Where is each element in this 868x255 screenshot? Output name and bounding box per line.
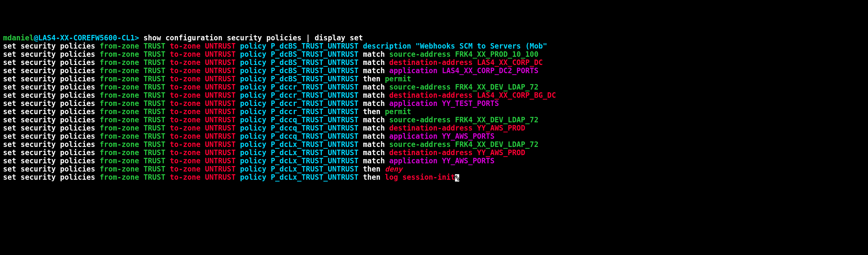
config-line: set security policies from-zone TRUST to… [3,157,865,165]
policy-name: P_dcLx_TRUST_UNTRUST [271,149,359,157]
tail-value: FRK4_XX_DEV_LDAP_72 [455,83,538,91]
tail-keyword: source-address [390,50,451,59]
tail-value: YY_AWS_PROD [477,124,525,132]
policy-name: P_dcBS_TRUST_UNTRUST [271,50,359,59]
policy-name: P_dcBS_TRUST_UNTRUST [271,75,359,83]
tail-value: FRK4_XX_PROD_10_100 [455,50,538,59]
config-line: set security policies from-zone TRUST to… [3,140,865,149]
tail-keyword: source-address [390,83,451,91]
prompt-caret: > [135,34,139,42]
tail-keyword: source-address [390,116,451,124]
config-line: set security policies from-zone TRUST to… [3,100,865,108]
tail-keyword: source-address [390,140,451,149]
tail-keyword: destination-address [390,124,473,132]
policy-name: P_dcLx_TRUST_UNTRUST [271,140,359,149]
tail-keyword: log session-init [385,173,455,182]
policy-name: P_dcBS_TRUST_UNTRUST [271,66,359,75]
config-line: set security policies from-zone TRUST to… [3,132,865,140]
config-line: set security policies from-zone TRUST to… [3,124,865,132]
prompt-user: mdaniel [3,34,34,42]
policy-name: P_dcLx_TRUST_UNTRUST [271,157,359,165]
policy-name: P_dcBS_TRUST_UNTRUST [271,58,359,67]
config-line: set security policies from-zone TRUST to… [3,91,865,100]
config-line: set security policies from-zone TRUST to… [3,42,865,51]
policy-name: P_dcLx_TRUST_UNTRUST [271,173,359,182]
config-line: set security policies from-zone TRUST to… [3,67,865,75]
tail-value: FRK4_XX_DEV_LDAP_72 [455,140,538,149]
tail-keyword: application [390,66,438,75]
tail-keyword: destination-address [390,149,473,157]
tail-value: YY_TEST_PORTS [442,99,499,108]
tail-keyword: destination-address [390,58,473,67]
prompt-at: @ [34,34,38,42]
tail-keyword: application [390,157,438,165]
tail-value: "Webhooks SCM to Servers (Mob" [415,42,547,51]
tail-value: FRK4_XX_DEV_LDAP_72 [455,116,538,124]
tail-keyword: permit [385,75,411,83]
prompt-host: LAS4-XX-COREFW5600-CL1 [38,34,135,42]
policy-name: P_dcLx_TRUST_UNTRUST [271,165,359,173]
config-line: set security policies from-zone TRUST to… [3,51,865,59]
config-line: set security policies from-zone TRUST to… [3,165,865,173]
prompt-line[interactable]: mdaniel@LAS4-XX-COREFW5600-CL1> show con… [3,34,865,42]
tail-keyword: destination-address [390,91,473,100]
config-line: set security policies from-zone TRUST to… [3,75,865,83]
config-line: set security policies from-zone TRUST to… [3,116,865,124]
policy-name: P_dccr_TRUST_UNTRUST [271,83,359,91]
policy-name: P_dccr_TRUST_UNTRUST [271,91,359,100]
tail-value: YY_AWS_PORTS [442,157,494,165]
tail-keyword: deny [385,165,402,173]
prompt-command: show configuration security policies | d… [139,34,363,42]
policy-name: P_dccr_TRUST_UNTRUST [271,107,359,116]
tail-value: LAS4_XX_CORP_BG_DC [477,91,556,100]
tail-keyword: description [363,42,411,51]
tail-keyword: permit [385,107,411,116]
config-line: set security policies from-zone TRUST to… [3,83,865,91]
config-line: set security policies from-zone TRUST to… [3,59,865,67]
cursor-icon: % [455,174,459,182]
policy-name: P_dccq_TRUST_UNTRUST [271,124,359,132]
tail-value: YY_AWS_PORTS [442,132,494,140]
config-line: set security policies from-zone TRUST to… [3,149,865,157]
tail-keyword: application [390,99,438,108]
tail-value: YY_AWS_PROD [477,149,525,157]
policy-name: P_dccq_TRUST_UNTRUST [271,116,359,124]
policy-name: P_dccr_TRUST_UNTRUST [271,99,359,108]
tail-value: LAS4_XX_CORP_DC [477,58,543,67]
config-line: set security policies from-zone TRUST to… [3,173,865,182]
policy-name: P_dcBS_TRUST_UNTRUST [271,42,359,51]
tail-keyword: application [390,132,438,140]
policy-name: P_dccq_TRUST_UNTRUST [271,132,359,140]
terminal-output: mdaniel@LAS4-XX-COREFW5600-CL1> show con… [3,34,865,182]
config-line: set security policies from-zone TRUST to… [3,108,865,116]
tail-value: LAS4_XX_CORP_DC2_PORTS [442,66,538,75]
